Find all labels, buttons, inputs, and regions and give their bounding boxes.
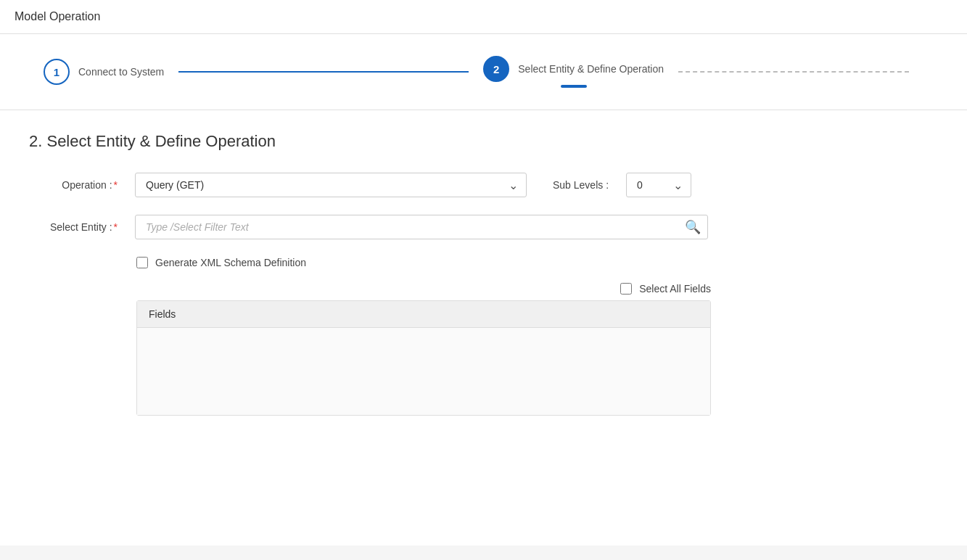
page-title: Model Operation — [15, 10, 100, 22]
sublevel-select-wrapper: 0 1 2 3 ⌄ — [626, 173, 691, 197]
stepper: 1 Connect to System 2 Select Entity & De… — [0, 34, 967, 110]
entity-input[interactable] — [135, 215, 708, 239]
operation-required: * — [114, 179, 118, 191]
search-icon: 🔍 — [685, 220, 701, 234]
operation-row: Operation :* Query (GET) Insert (POST) U… — [29, 173, 938, 197]
step-2-label: Select Entity & Define Operation — [518, 63, 664, 75]
step-connector — [178, 71, 469, 73]
select-all-row: Select All Fields — [136, 283, 711, 295]
entity-input-wrapper: 🔍 — [135, 215, 708, 239]
step-2[interactable]: 2 Select Entity & Define Operation — [483, 56, 664, 82]
step-2-active-bar — [561, 85, 587, 88]
step-connector-dashed — [678, 71, 909, 73]
fields-table-header: Fields — [137, 301, 710, 328]
entity-label: Select Entity :* — [29, 221, 123, 233]
step-1[interactable]: 1 Connect to System — [44, 59, 164, 85]
step-1-circle: 1 — [44, 59, 70, 85]
fields-table: Fields — [136, 300, 711, 416]
operation-select[interactable]: Query (GET) Insert (POST) Update (PUT) D… — [135, 173, 527, 197]
entity-required: * — [114, 221, 118, 233]
operation-select-wrapper: Query (GET) Insert (POST) Update (PUT) D… — [135, 173, 527, 197]
xml-schema-checkbox[interactable] — [136, 257, 148, 268]
step-1-label: Connect to System — [78, 66, 164, 78]
search-button[interactable]: 🔍 — [683, 218, 702, 236]
operation-label: Operation :* — [29, 179, 123, 191]
xml-schema-label: Generate XML Schema Definition — [155, 257, 306, 268]
page-header: Model Operation — [0, 0, 967, 34]
entity-row: Select Entity :* 🔍 — [29, 215, 938, 239]
sublevel-select[interactable]: 0 1 2 3 — [626, 173, 691, 197]
select-all-checkbox[interactable] — [620, 283, 632, 295]
select-all-label: Select All Fields — [639, 283, 711, 295]
xml-checkbox-row: Generate XML Schema Definition — [136, 257, 938, 268]
step-2-wrapper: 2 Select Entity & Define Operation — [483, 56, 664, 88]
main-content: 2. Select Entity & Define Operation Oper… — [0, 110, 967, 545]
fields-table-body — [137, 328, 710, 415]
section-title: 2. Select Entity & Define Operation — [29, 132, 938, 151]
step-2-circle: 2 — [483, 56, 509, 82]
sublevel-label: Sub Levels : — [553, 179, 609, 191]
